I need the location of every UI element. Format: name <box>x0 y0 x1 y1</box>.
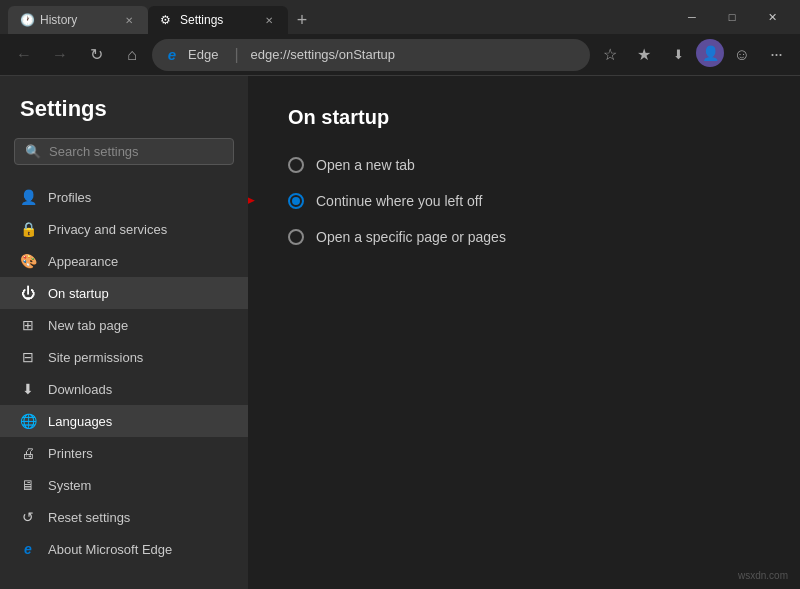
downloads-label: Downloads <box>48 382 112 397</box>
titlebar: 🕐 History ✕ ⚙ Settings ✕ + ─ □ ✕ <box>0 0 800 34</box>
new-tab-icon: ⊞ <box>20 317 36 333</box>
close-button[interactable]: ✕ <box>752 0 792 34</box>
sidebar-item-appearance[interactable]: 🎨 Appearance <box>0 245 248 277</box>
reset-icon: ↺ <box>20 509 36 525</box>
privacy-icon: 🔒 <box>20 221 36 237</box>
sidebar-item-site-permissions[interactable]: ⊟ Site permissions <box>0 341 248 373</box>
new-tab-button[interactable]: + <box>288 6 316 34</box>
downloads-icon: ⬇ <box>20 381 36 397</box>
emoji-button[interactable]: ☺ <box>726 39 758 71</box>
option-continue[interactable]: ➤ Continue where you left off <box>288 193 760 209</box>
refresh-button[interactable]: ↻ <box>80 39 112 71</box>
page-title: On startup <box>288 106 760 129</box>
maximize-button[interactable]: □ <box>712 0 752 34</box>
sidebar-item-new-tab[interactable]: ⊞ New tab page <box>0 309 248 341</box>
settings-tab-icon: ⚙ <box>160 13 174 27</box>
sidebar-item-reset[interactable]: ↺ Reset settings <box>0 501 248 533</box>
on-startup-label: On startup <box>48 286 109 301</box>
startup-options: Open a new tab ➤ Continue where you left… <box>288 157 760 245</box>
brand-label: Edge <box>188 47 218 62</box>
option-continue-label: Continue where you left off <box>316 193 482 209</box>
watermark: wsxdn.com <box>738 570 788 581</box>
sidebar-item-printers[interactable]: 🖨 Printers <box>0 437 248 469</box>
sidebar-item-profiles[interactable]: 👤 Profiles <box>0 181 248 213</box>
new-tab-label: New tab page <box>48 318 128 333</box>
system-icon: 🖥 <box>20 477 36 493</box>
appearance-icon: 🎨 <box>20 253 36 269</box>
settings-tab-label: Settings <box>180 13 223 27</box>
sidebar-item-privacy[interactable]: 🔒 Privacy and services <box>0 213 248 245</box>
history-tab-close[interactable]: ✕ <box>122 13 136 27</box>
sidebar-item-system[interactable]: 🖥 System <box>0 469 248 501</box>
tab-history[interactable]: 🕐 History ✕ <box>8 6 148 34</box>
sidebar-item-downloads[interactable]: ⬇ Downloads <box>0 373 248 405</box>
search-input[interactable] <box>49 144 223 159</box>
profiles-label: Profiles <box>48 190 91 205</box>
address-text: edge://settings/onStartup <box>251 47 578 62</box>
settings-tab-close[interactable]: ✕ <box>262 13 276 27</box>
nav-actions: ☆ ★ ⬇ 👤 ☺ ··· <box>594 39 792 71</box>
reset-label: Reset settings <box>48 510 130 525</box>
menu-button[interactable]: ··· <box>760 39 792 71</box>
arrow-continue-icon: ➤ <box>248 188 254 214</box>
settings-title: Settings <box>0 96 248 138</box>
history-tab-label: History <box>40 13 77 27</box>
option-specific-label: Open a specific page or pages <box>316 229 506 245</box>
tab-settings[interactable]: ⚙ Settings ✕ <box>148 6 288 34</box>
back-button[interactable]: ← <box>8 39 40 71</box>
search-icon: 🔍 <box>25 144 41 159</box>
sidebar-item-about[interactable]: e About Microsoft Edge <box>0 533 248 565</box>
minimize-button[interactable]: ─ <box>672 0 712 34</box>
printers-label: Printers <box>48 446 93 461</box>
sidebar: Settings 🔍 👤 Profiles 🔒 Privacy and serv… <box>0 76 248 589</box>
printers-icon: 🖨 <box>20 445 36 461</box>
option-specific[interactable]: Open a specific page or pages <box>288 229 760 245</box>
on-startup-icon: ⏻ <box>20 285 36 301</box>
option-new-tab-label: Open a new tab <box>316 157 415 173</box>
profile-button[interactable]: 👤 <box>696 39 724 67</box>
main-content: Settings 🔍 👤 Profiles 🔒 Privacy and serv… <box>0 76 800 589</box>
about-label: About Microsoft Edge <box>48 542 172 557</box>
forward-button[interactable]: → <box>44 39 76 71</box>
radio-continue[interactable] <box>288 193 304 209</box>
sidebar-item-languages[interactable]: 🌐 Languages <box>0 405 248 437</box>
site-permissions-icon: ⊟ <box>20 349 36 365</box>
navbar: ← → ↻ ⌂ e Edge | edge://settings/onStart… <box>0 34 800 76</box>
tab-group: 🕐 History ✕ ⚙ Settings ✕ + <box>8 0 664 34</box>
address-bar[interactable]: e Edge | edge://settings/onStartup <box>152 39 590 71</box>
favorite-button[interactable]: ☆ <box>594 39 626 71</box>
search-box[interactable]: 🔍 <box>14 138 234 165</box>
window-controls: ─ □ ✕ <box>672 0 792 34</box>
edge-logo-icon: e <box>164 47 180 63</box>
radio-specific[interactable] <box>288 229 304 245</box>
history-tab-icon: 🕐 <box>20 13 34 27</box>
system-label: System <box>48 478 91 493</box>
sidebar-item-on-startup[interactable]: ➤ ⏻ On startup <box>0 277 248 309</box>
downloads-nav-button[interactable]: ⬇ <box>662 39 694 71</box>
privacy-label: Privacy and services <box>48 222 167 237</box>
site-permissions-label: Site permissions <box>48 350 143 365</box>
languages-icon: 🌐 <box>20 413 36 429</box>
languages-label: Languages <box>48 414 112 429</box>
appearance-label: Appearance <box>48 254 118 269</box>
collections-button[interactable]: ★ <box>628 39 660 71</box>
about-icon: e <box>20 541 36 557</box>
address-separator: | <box>234 46 238 64</box>
home-button[interactable]: ⌂ <box>116 39 148 71</box>
profiles-icon: 👤 <box>20 189 36 205</box>
radio-new-tab[interactable] <box>288 157 304 173</box>
content-area: On startup Open a new tab ➤ Continue whe… <box>248 76 800 589</box>
option-new-tab[interactable]: Open a new tab <box>288 157 760 173</box>
